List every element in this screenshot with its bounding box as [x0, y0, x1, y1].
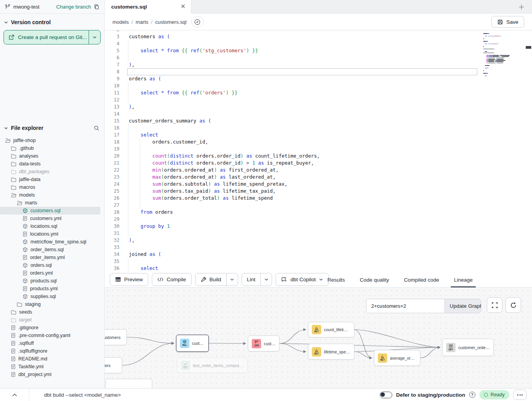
- tree-item--github[interactable]: .github: [0, 144, 104, 152]
- code-editor[interactable]: 23customers as (45 select * from {{ ref(…: [105, 30, 532, 272]
- code-line-4[interactable]: 4: [105, 40, 532, 47]
- tree-item-customers-sql[interactable]: customers.sql: [0, 207, 100, 215]
- copy-icon[interactable]: [94, 4, 100, 10]
- tree-item--sqlfluff[interactable]: .sqlfluff: [0, 339, 104, 347]
- change-branch-link[interactable]: Change branch: [56, 4, 91, 10]
- tree-item-macros[interactable]: macros: [0, 183, 104, 191]
- code-line-9[interactable]: 9orders as (: [105, 75, 532, 82]
- create-pr-button[interactable]: Create a pull request on Git...: [4, 30, 101, 44]
- panel-tab-compiled-code[interactable]: Compiled code: [403, 272, 440, 287]
- code-line-23[interactable]: 23 max(orders.ordered_at) as last_ordere…: [105, 174, 532, 181]
- code-line-21[interactable]: 21 count(distinct orders.order_id) > 1 a…: [105, 160, 532, 167]
- lineage-node-stg-customers[interactable]: stg_customers: [105, 329, 127, 345]
- code-line-24[interactable]: 24 sum(orders.subtotal) as lifetime_spen…: [105, 181, 532, 188]
- lineage-node-customers-model[interactable]: MDLcustomers: [176, 335, 209, 352]
- tree-item-order-items-sql[interactable]: order_items.sql: [0, 246, 104, 254]
- code-line-30[interactable]: 30 group by 1: [105, 223, 532, 230]
- lineage-node-customer-order-metrics[interactable]: QRYcustomer_order_metrics: [442, 339, 494, 356]
- minimap[interactable]: [481, 30, 516, 81]
- code-line-32[interactable]: 32),: [105, 237, 532, 244]
- code-line-15[interactable]: 15customer_orders_summary as (: [105, 117, 532, 124]
- code-line-10[interactable]: 10: [105, 82, 532, 89]
- code-line-35[interactable]: 35: [105, 258, 532, 265]
- tree-item-orders-sql[interactable]: orders.sql: [0, 261, 104, 269]
- tab-customers-sql[interactable]: customers.sql: [105, 0, 191, 14]
- tree-item-jaffle-shop[interactable]: jaffle-shop: [0, 137, 104, 144]
- tree-item--pre-commit-config-yaml[interactable]: .pre-commit-config.yaml: [0, 332, 104, 339]
- lineage-node-average-order-value[interactable]: METaverage_order_value: [374, 350, 420, 366]
- lint-button[interactable]: Lint: [242, 273, 261, 286]
- dbt-copilot-button[interactable]: dbt Copilot: [276, 273, 329, 286]
- lineage-node-count-lifetime-orders[interactable]: METcount_lifetime_orders: [308, 322, 354, 337]
- lineage-node-orders[interactable]: orders: [105, 357, 122, 373]
- version-control-header[interactable]: Version control: [0, 14, 104, 28]
- build-dropdown-caret[interactable]: [226, 273, 238, 286]
- lineage-selector-input[interactable]: [367, 299, 445, 313]
- tree-item--gitignore[interactable]: .gitignore: [0, 324, 104, 332]
- overflow-menu-button[interactable]: [513, 390, 527, 400]
- close-icon[interactable]: [181, 4, 185, 10]
- tree-item--sqlfluffignore[interactable]: .sqlfluffignore: [0, 347, 104, 355]
- code-line-3[interactable]: 3customers as (: [105, 33, 532, 40]
- lint-dropdown-caret[interactable]: [260, 273, 272, 286]
- breadcrumb-part[interactable]: customers.sql: [155, 19, 187, 25]
- code-line-12[interactable]: 12: [105, 96, 532, 103]
- code-line-29[interactable]: 29: [105, 216, 532, 223]
- help-icon[interactable]: ?: [469, 392, 475, 398]
- tree-item-products-yml[interactable]: products.yml: [0, 285, 104, 293]
- code-line-7[interactable]: 7),: [105, 61, 532, 68]
- code-line-17[interactable]: 17 select: [105, 131, 532, 138]
- new-tab-button[interactable]: [515, 2, 528, 12]
- tree-item-supplies-sql[interactable]: supplies.sql: [0, 293, 104, 300]
- code-line-8[interactable]: 8: [105, 68, 532, 75]
- tree-item-customers-yml[interactable]: customers.yml: [0, 215, 104, 222]
- code-line-11[interactable]: 11 select * from {{ ref('orders') }}: [105, 89, 532, 96]
- tree-item-seeds[interactable]: seeds: [0, 308, 104, 316]
- collapse-panel-button[interactable]: [0, 389, 29, 401]
- code-line-18[interactable]: 18 orders.customer_id,: [105, 138, 532, 145]
- tree-item-locations-yml[interactable]: locations.yml: [0, 230, 104, 238]
- code-line-6[interactable]: 6: [105, 54, 532, 61]
- build-button[interactable]: Build: [196, 273, 226, 286]
- code-line-26[interactable]: 26 sum(orders.order_total) as lifetime_s…: [105, 195, 532, 202]
- tree-item-staging[interactable]: staging: [0, 300, 104, 308]
- lineage-panel[interactable]: stg_customersordersMDLcustomersTSTtest_o…: [105, 287, 532, 388]
- tree-item-metricflow-time-spine-sql[interactable]: metricflow_time_spine.sql: [0, 238, 104, 246]
- code-line-13[interactable]: 13),: [105, 103, 532, 110]
- code-line-27[interactable]: 27: [105, 202, 532, 209]
- code-line-33[interactable]: 33: [105, 244, 532, 251]
- code-line-28[interactable]: 28 from orders: [105, 209, 532, 216]
- lineage-node-test-node[interactable]: TSTtest_order_items_compute_to_bools...: [177, 358, 247, 373]
- compass-icon[interactable]: [191, 16, 204, 27]
- tree-item-marts[interactable]: marts: [0, 199, 104, 207]
- compile-button[interactable]: Compile: [152, 273, 192, 286]
- breadcrumb-part[interactable]: models: [112, 19, 129, 25]
- defer-toggle[interactable]: [380, 392, 392, 398]
- code-line-34[interactable]: 34joined as (: [105, 251, 532, 258]
- tree-item-jaffle-data[interactable]: jaffle-data: [0, 176, 104, 183]
- code-line-19[interactable]: 19: [105, 145, 532, 153]
- tree-item-products-sql[interactable]: products.sql: [0, 277, 104, 285]
- code-line-2[interactable]: 2: [105, 30, 532, 33]
- code-line-36[interactable]: 36 select: [105, 265, 532, 272]
- lineage-node-customers-semantic[interactable]: SEMcustomers: [248, 335, 279, 351]
- code-line-20[interactable]: 20 count(distinct orders.order_id) as co…: [105, 153, 532, 160]
- tree-item-target[interactable]: target: [0, 316, 104, 324]
- code-line-25[interactable]: 25 sum(orders.tax_paid) as lifetime_tax_…: [105, 188, 532, 195]
- lineage-node-lifetime-spend-pretax[interactable]: METlifetime_spend_pretax: [308, 344, 354, 360]
- tree-item-analyses[interactable]: analyses: [0, 152, 104, 160]
- tree-item-orders-yml[interactable]: orders.yml: [0, 269, 104, 277]
- save-button[interactable]: Save: [491, 16, 524, 28]
- breadcrumb-part[interactable]: marts: [136, 19, 149, 25]
- panel-tab-code-quality[interactable]: Code quality: [359, 272, 390, 287]
- tree-item-locations-sql[interactable]: locations.sql: [0, 222, 104, 230]
- lineage-node-partial-node[interactable]: [105, 379, 152, 388]
- search-icon[interactable]: [94, 125, 100, 131]
- update-graph-button[interactable]: Update Graph: [445, 299, 481, 313]
- code-line-22[interactable]: 22 min(orders.ordered_at) as first_order…: [105, 167, 532, 174]
- code-line-14[interactable]: 14: [105, 110, 532, 117]
- tree-item-models[interactable]: models: [0, 191, 104, 199]
- tree-item-dbt-project-yml[interactable]: dbt_project.yml: [0, 371, 104, 378]
- tree-item-taskfile-yml[interactable]: Taskfile.yml: [0, 363, 104, 371]
- pr-dropdown-caret[interactable]: [89, 30, 100, 44]
